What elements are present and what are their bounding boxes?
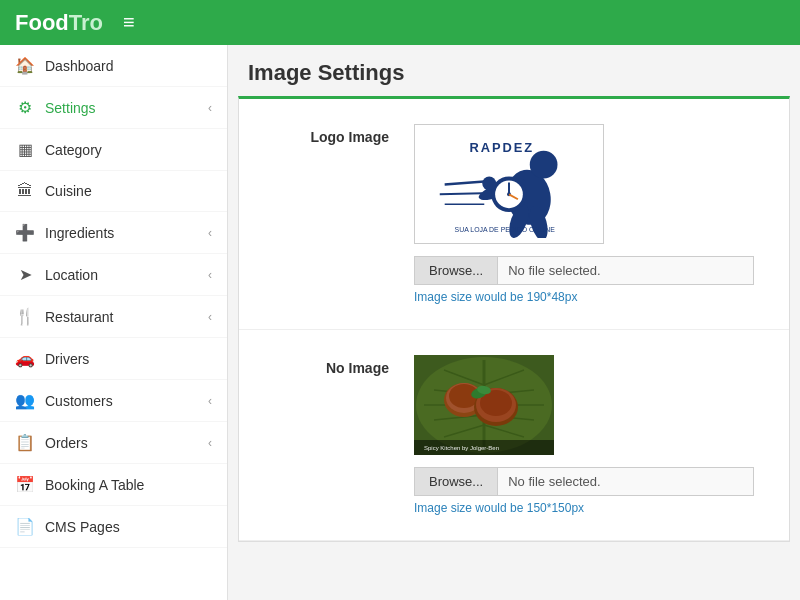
svg-text:Spicy Kitchen by Jolger-Ben: Spicy Kitchen by Jolger-Ben <box>424 445 499 451</box>
sidebar-item-customers[interactable]: 👥 Customers ‹ <box>0 380 227 422</box>
cuisine-icon: 🏛 <box>15 182 35 200</box>
sidebar-item-cms[interactable]: 📄 CMS Pages <box>0 506 227 548</box>
logo-image-preview: RAPDEZ <box>414 124 604 244</box>
dashboard-icon: 🏠 <box>15 56 35 75</box>
category-icon: ▦ <box>15 140 35 159</box>
sidebar: 🏠 Dashboard ⚙ Settings ‹ ▦ Category 🏛 Cu… <box>0 45 228 600</box>
sidebar-label-cms: CMS Pages <box>45 519 212 535</box>
no-image-browse-button[interactable]: Browse... <box>415 468 498 495</box>
logo-browse-button[interactable]: Browse... <box>415 257 498 284</box>
logo-image-label: Logo Image <box>259 124 389 145</box>
ingredients-icon: ➕ <box>15 223 35 242</box>
logo-browse-row: Browse... No file selected. <box>414 256 754 285</box>
no-image-size-hint: Image size would be 150*150px <box>414 501 769 515</box>
orders-icon: 📋 <box>15 433 35 452</box>
logo-svg: RAPDEZ <box>415 130 603 239</box>
location-icon: ➤ <box>15 265 35 284</box>
brand-tro: Tro <box>69 10 103 35</box>
sidebar-item-cuisine[interactable]: 🏛 Cuisine <box>0 171 227 212</box>
customers-chevron: ‹ <box>208 394 212 408</box>
sidebar-label-settings: Settings <box>45 100 208 116</box>
brand-food: Food <box>15 10 69 35</box>
sidebar-item-orders[interactable]: 📋 Orders ‹ <box>0 422 227 464</box>
location-chevron: ‹ <box>208 268 212 282</box>
sidebar-item-dashboard[interactable]: 🏠 Dashboard <box>0 45 227 87</box>
sidebar-item-booking[interactable]: 📅 Booking A Table <box>0 464 227 506</box>
no-image-label: No Image <box>259 355 389 376</box>
sidebar-item-location[interactable]: ➤ Location ‹ <box>0 254 227 296</box>
svg-line-13 <box>440 193 483 194</box>
sidebar-item-settings[interactable]: ⚙ Settings ‹ <box>0 87 227 129</box>
no-image-file-name: No file selected. <box>498 468 611 495</box>
restaurant-icon: 🍴 <box>15 307 35 326</box>
menu-toggle-icon[interactable]: ≡ <box>123 11 135 34</box>
logo-size-hint: Image size would be 190*48px <box>414 290 769 304</box>
sidebar-label-ingredients: Ingredients <box>45 225 208 241</box>
svg-point-15 <box>482 176 496 190</box>
restaurant-chevron: ‹ <box>208 310 212 324</box>
sidebar-label-orders: Orders <box>45 435 208 451</box>
sidebar-label-dashboard: Dashboard <box>45 58 212 74</box>
content-area: Logo Image RAPDEZ <box>238 96 790 542</box>
svg-text:RAPDEZ: RAPDEZ <box>469 139 534 154</box>
sidebar-item-restaurant[interactable]: 🍴 Restaurant ‹ <box>0 296 227 338</box>
svg-text:SUA LOJA DE PEDIDO ONLINE: SUA LOJA DE PEDIDO ONLINE <box>455 225 556 232</box>
sidebar-label-restaurant: Restaurant <box>45 309 208 325</box>
sidebar-label-location: Location <box>45 267 208 283</box>
sidebar-item-category[interactable]: ▦ Category <box>0 129 227 171</box>
logo-image-field: RAPDEZ <box>414 124 769 304</box>
food-svg: Spicy Kitchen by Jolger-Ben <box>414 355 554 455</box>
no-image-preview: Spicy Kitchen by Jolger-Ben <box>414 355 554 455</box>
cms-icon: 📄 <box>15 517 35 536</box>
customers-icon: 👥 <box>15 391 35 410</box>
settings-chevron: ‹ <box>208 101 212 115</box>
orders-chevron: ‹ <box>208 436 212 450</box>
drivers-icon: 🚗 <box>15 349 35 368</box>
sidebar-item-ingredients[interactable]: ➕ Ingredients ‹ <box>0 212 227 254</box>
sidebar-label-booking: Booking A Table <box>45 477 212 493</box>
page-title: Image Settings <box>228 45 800 96</box>
brand-logo: FoodTro <box>15 10 103 36</box>
sidebar-label-customers: Customers <box>45 393 208 409</box>
main-content: Image Settings Logo Image RAPDEZ <box>228 45 800 600</box>
settings-icon: ⚙ <box>15 98 35 117</box>
sidebar-label-cuisine: Cuisine <box>45 183 212 199</box>
booking-icon: 📅 <box>15 475 35 494</box>
no-image-browse-row: Browse... No file selected. <box>414 467 754 496</box>
logo-file-name: No file selected. <box>498 257 611 284</box>
sidebar-label-category: Category <box>45 142 212 158</box>
layout: 🏠 Dashboard ⚙ Settings ‹ ▦ Category 🏛 Cu… <box>0 45 800 600</box>
no-image-field: Spicy Kitchen by Jolger-Ben Browse... No… <box>414 355 769 515</box>
no-image-section: No Image <box>239 330 789 541</box>
logo-image-section: Logo Image RAPDEZ <box>239 99 789 330</box>
sidebar-item-drivers[interactable]: 🚗 Drivers <box>0 338 227 380</box>
topbar: FoodTro ≡ <box>0 0 800 45</box>
sidebar-label-drivers: Drivers <box>45 351 212 367</box>
ingredients-chevron: ‹ <box>208 226 212 240</box>
svg-point-3 <box>530 150 558 178</box>
